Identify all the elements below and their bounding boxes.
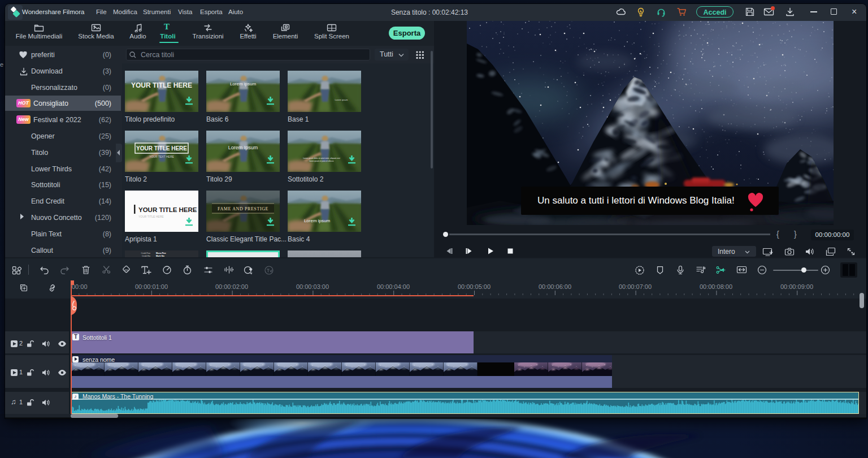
svg-text:lorem ipsum et justo et ultric: lorem ipsum et justo et ultrices <box>309 160 333 162</box>
svg-text:Lorem ipsum: Lorem ipsum <box>304 218 331 223</box>
svg-text:Lorem ipsum: Lorem ipsum <box>230 81 257 87</box>
svg-text:Lorem ipsum: Lorem ipsum <box>335 98 348 101</box>
svg-text:Credit Few: Credit Few <box>141 252 151 254</box>
svg-text:YOUR TITLE HERE: YOUR TITLE HERE <box>138 206 197 213</box>
svg-text:YOUR TEXT HERE: YOUR TEXT HERE <box>149 155 174 158</box>
svg-text:FAME AND PRESTIGE: FAME AND PRESTIGE <box>218 206 268 211</box>
svg-text:Lorem ipsum dolor sit amet eni: Lorem ipsum dolor sit amet enim, aliquam… <box>303 157 340 159</box>
svg-text:Lorem Ipsum: Lorem Ipsum <box>228 145 258 150</box>
svg-text:YOUR TITLE HERE: YOUR TITLE HERE <box>136 145 187 152</box>
svg-text:YOUR TITLE HERE: YOUR TITLE HERE <box>138 215 164 218</box>
svg-text:Mona Fine: Mona Fine <box>156 252 166 254</box>
svg-text:YOUR TITLE HERE: YOUR TITLE HERE <box>131 81 192 89</box>
